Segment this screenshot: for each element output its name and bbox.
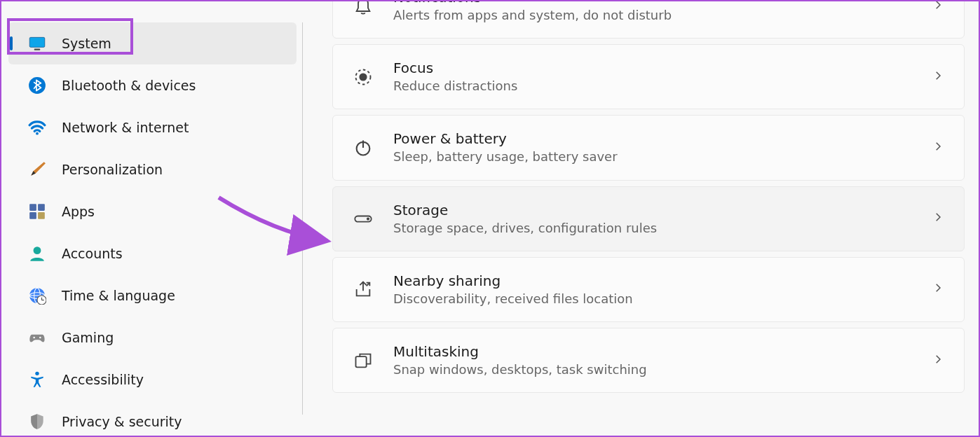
svg-rect-5	[29, 204, 36, 211]
svg-rect-0	[29, 37, 45, 47]
card-subtitle: Reduce distractions	[393, 77, 925, 95]
svg-point-21	[360, 74, 366, 80]
gamepad-icon	[28, 328, 46, 347]
sidebar-item-apps[interactable]: Apps	[8, 190, 297, 233]
chevron-right-icon	[932, 140, 944, 155]
brush-icon	[28, 160, 46, 179]
svg-rect-2	[34, 49, 41, 50]
card-title: Notifications	[393, 1, 925, 6]
card-title: Multitasking	[393, 342, 925, 361]
svg-point-19	[35, 372, 39, 375]
sidebar-item-label: System	[62, 36, 111, 51]
card-subtitle: Sleep, battery usage, battery saver	[393, 148, 925, 165]
sidebar-item-personalization[interactable]: Personalization	[8, 148, 297, 190]
card-storage[interactable]: Storage Storage space, drives, configura…	[332, 186, 965, 251]
svg-point-4	[36, 132, 39, 135]
svg-point-25	[367, 218, 369, 220]
focus-icon	[353, 67, 374, 88]
sidebar-item-label: Time & language	[62, 288, 175, 303]
sidebar-item-label: Privacy & security	[62, 414, 182, 429]
sidebar-item-label: Personalization	[62, 162, 163, 177]
settings-content: Notifications Alerts from apps and syste…	[303, 1, 979, 436]
wifi-icon	[28, 118, 46, 137]
sidebar-item-gaming[interactable]: Gaming	[8, 317, 297, 359]
sidebar-item-label: Apps	[62, 204, 95, 219]
svg-point-9	[34, 247, 41, 254]
power-icon	[353, 137, 374, 158]
chevron-right-icon	[932, 211, 944, 226]
sidebar-item-label: Gaming	[62, 330, 114, 345]
card-subtitle: Snap windows, desktops, task switching	[393, 361, 925, 378]
shield-icon	[28, 412, 46, 431]
sidebar-item-accounts[interactable]: Accounts	[8, 233, 297, 275]
drive-icon	[353, 208, 374, 229]
card-subtitle: Alerts from apps and system, do not dist…	[393, 6, 925, 24]
svg-point-18	[39, 337, 41, 339]
card-title: Nearby sharing	[393, 272, 925, 290]
sidebar-item-network-internet[interactable]: Network & internet	[8, 106, 297, 148]
multitask-icon	[353, 350, 374, 371]
svg-rect-8	[38, 212, 45, 219]
card-notifications[interactable]: Notifications Alerts from apps and syste…	[332, 1, 965, 39]
chevron-right-icon	[932, 282, 944, 297]
chevron-right-icon	[932, 1, 944, 14]
card-multitasking[interactable]: Multitasking Snap windows, desktops, tas…	[332, 328, 965, 393]
card-title: Storage	[393, 201, 925, 219]
sidebar-item-label: Network & internet	[62, 120, 189, 135]
sidebar-item-time-language[interactable]: Time & language	[8, 275, 297, 317]
sidebar-item-label: Accounts	[62, 246, 123, 261]
sidebar-item-label: Bluetooth & devices	[62, 78, 196, 93]
card-nearby-sharing[interactable]: Nearby sharing Discoverability, received…	[332, 257, 965, 322]
card-title: Focus	[393, 59, 925, 77]
monitor-icon	[28, 34, 46, 53]
card-subtitle: Storage space, drives, configuration rul…	[393, 219, 925, 237]
apps-icon	[28, 202, 46, 221]
chevron-right-icon	[932, 353, 944, 368]
sidebar-item-label: Accessibility	[62, 372, 144, 387]
svg-rect-6	[38, 204, 45, 211]
bell-icon	[353, 1, 374, 17]
card-focus[interactable]: Focus Reduce distractions	[332, 44, 965, 109]
bluetooth-icon	[28, 76, 46, 95]
chevron-right-icon	[932, 69, 944, 85]
svg-point-17	[33, 337, 35, 339]
clock-globe-icon	[28, 286, 46, 305]
sidebar-item-privacy-security[interactable]: Privacy & security	[8, 401, 297, 437]
share-icon	[353, 279, 374, 300]
svg-rect-7	[29, 212, 36, 219]
sidebar-item-bluetooth-devices[interactable]: Bluetooth & devices	[8, 64, 297, 106]
card-power-battery[interactable]: Power & battery Sleep, battery usage, ba…	[332, 115, 965, 180]
sidebar-item-system[interactable]: System	[8, 22, 297, 64]
sidebar-item-accessibility[interactable]: Accessibility	[8, 359, 297, 401]
accessibility-icon	[28, 370, 46, 389]
sidebar-nav: System Bluetooth & devices Network & int…	[1, 1, 303, 436]
card-title: Power & battery	[393, 130, 925, 148]
person-icon	[28, 244, 46, 263]
card-subtitle: Discoverability, received files location	[393, 290, 925, 307]
svg-rect-26	[356, 356, 367, 367]
